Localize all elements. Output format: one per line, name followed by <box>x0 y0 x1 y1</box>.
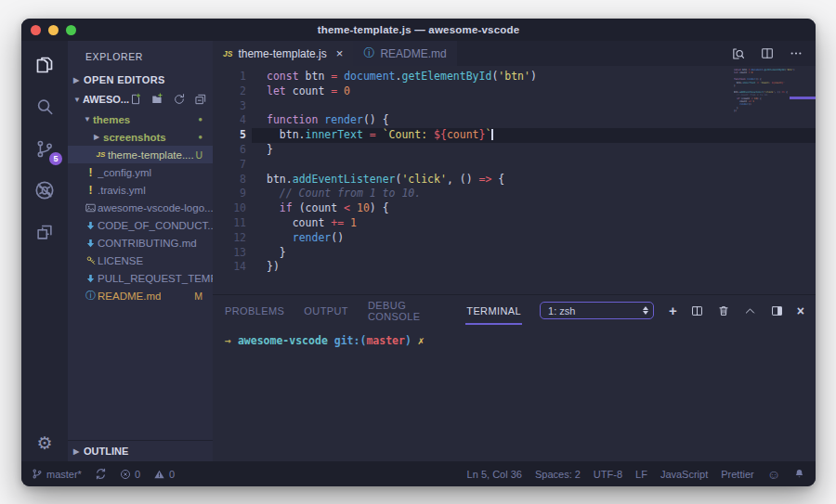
file-label: _config.yml <box>98 167 151 178</box>
code-line-14[interactable]: 14}) <box>213 260 816 275</box>
collapse-all-icon[interactable] <box>194 93 207 106</box>
activity-explorer-button[interactable] <box>32 52 58 78</box>
code-line-4[interactable]: 4function render() { <box>213 113 816 128</box>
status-prettier[interactable]: Prettier <box>721 469 753 480</box>
zoom-window-button[interactable] <box>66 25 76 35</box>
terminal-output[interactable]: → awesome-vscode git:(master) ✗ <box>213 326 816 348</box>
warnings-status[interactable]: 0 <box>153 469 175 480</box>
code-line-7[interactable]: 7 <box>213 158 816 173</box>
code-line-8[interactable]: 8btn.addEventListener('click', () => { <box>213 173 816 187</box>
panel-tab-output[interactable]: OUTPUT <box>303 297 349 325</box>
file-label: awesome-vscode-logo... <box>98 202 213 213</box>
title-bar[interactable]: theme-template.js — awesome-vscode <box>21 19 816 41</box>
sync-button[interactable] <box>95 468 107 480</box>
file-label: theme-template.... <box>108 149 194 161</box>
warning-icon <box>153 469 165 480</box>
tree-item-screenshots[interactable]: ▶screenshots● <box>68 128 213 146</box>
editor-tab-theme-template-js[interactable]: JStheme-template.js× <box>213 41 353 66</box>
file-label: PULL_REQUEST_TEMP... <box>98 273 213 284</box>
warning-file-icon: ! <box>84 166 98 179</box>
code-line-10[interactable]: 10 if (count < 10) { <box>213 201 816 216</box>
code-editor[interactable]: 1const btn = document.getElementById('bt… <box>213 66 816 294</box>
minimize-window-button[interactable] <box>48 25 59 35</box>
activity-debug-button[interactable] <box>32 177 58 203</box>
image-file-icon <box>84 202 98 213</box>
new-terminal-icon[interactable]: + <box>669 303 677 319</box>
tree-item-license[interactable]: LICENSE <box>68 252 213 269</box>
panel-actions: +× <box>669 303 804 319</box>
open-editors-label: OPEN EDITORS <box>84 74 165 85</box>
code-line-5[interactable]: 5 btn.innerText = `Count: ${count}` <box>213 128 816 143</box>
more-actions-icon[interactable] <box>789 46 803 60</box>
split-terminal-icon[interactable] <box>690 304 704 317</box>
refresh-icon[interactable] <box>173 93 186 106</box>
folder-section-header[interactable]: ▼ AWESO... <box>68 89 213 110</box>
tree-item-readme-md[interactable]: ⓘREADME.mdM <box>68 287 213 304</box>
code-text <box>246 158 267 173</box>
status-utf-8[interactable]: UTF-8 <box>594 469 622 480</box>
error-count: 0 <box>135 469 140 480</box>
tree-item-theme-template-[interactable]: JStheme-template....U <box>68 146 213 163</box>
code-line-3[interactable]: 3 <box>213 99 816 114</box>
panel-tab-debug-console[interactable]: DEBUG CONSOLE <box>367 291 448 330</box>
toggle-panel-icon[interactable] <box>770 304 784 317</box>
git-branch-status[interactable]: master* <box>32 468 82 480</box>
activity-bar: 5 ⚙ <box>21 41 68 461</box>
status-lf[interactable]: LF <box>635 469 647 480</box>
settings-button[interactable]: ⚙ <box>21 433 68 454</box>
editor-tab-readme-md[interactable]: ⓘREADME.md <box>353 41 456 66</box>
tree-item-pull-request-temp-[interactable]: PULL_REQUEST_TEMP... <box>68 269 213 287</box>
code-line-13[interactable]: 13 } <box>213 246 816 261</box>
tree-item--config-yml[interactable]: !_config.yml <box>68 163 213 181</box>
code-text: if (count < 10) { <box>246 201 389 216</box>
file-label: CONTRIBUTING.md <box>98 238 197 249</box>
outline-section[interactable]: ▶ OUTLINE <box>68 440 213 461</box>
open-editors-section[interactable]: ▶ OPEN EDITORS <box>68 71 213 89</box>
git-branch-icon <box>32 468 43 480</box>
code-line-9[interactable]: 9 // Count from 1 to 10. <box>213 187 816 201</box>
split-editor-icon[interactable] <box>760 46 775 60</box>
code-line-12[interactable]: 12 render() <box>213 231 816 246</box>
new-file-icon[interactable] <box>129 93 142 106</box>
maximize-panel-icon[interactable] <box>743 304 757 317</box>
close-tab-icon[interactable]: × <box>336 46 344 60</box>
code-line-11[interactable]: 11 count += 1 <box>213 216 816 231</box>
down-arrow-file-icon <box>84 273 98 284</box>
tree-item--travis-yml[interactable]: !.travis.yml <box>68 181 213 199</box>
chevron-right-icon: ▶ <box>73 447 84 456</box>
branch-name: master* <box>46 469 82 480</box>
file-label: LICENSE <box>98 255 143 266</box>
line-number: 13 <box>213 246 246 261</box>
activity-source-control-button[interactable]: 5 <box>32 136 58 162</box>
errors-status[interactable]: 0 <box>120 469 140 480</box>
tree-item-contributing-md[interactable]: CONTRIBUTING.md <box>68 234 213 252</box>
code-line-1[interactable]: 1const btn = document.getElementById('bt… <box>213 70 816 84</box>
new-folder-icon[interactable] <box>150 93 164 106</box>
editor-actions <box>730 41 816 66</box>
status-javascript[interactable]: JavaScript <box>660 469 708 480</box>
open-preview-icon[interactable] <box>730 46 746 61</box>
editor-group: JStheme-template.js×ⓘREADME.md 1const bt… <box>213 41 816 461</box>
close-panel-icon[interactable]: × <box>797 303 804 319</box>
activity-search-button[interactable] <box>32 94 58 120</box>
status-bar: master* 0 0 Ln 5, Col 36Spaces: 2UTF-8L <box>21 461 816 486</box>
terminal-shell-select[interactable]: 1: zsh <box>540 302 654 319</box>
status-spaces[interactable]: Spaces: 2 <box>535 469 581 480</box>
line-number: 6 <box>213 143 246 158</box>
panel-tab-problems[interactable]: PROBLEMS <box>224 297 285 325</box>
kill-terminal-icon[interactable] <box>717 304 730 317</box>
activity-extensions-button[interactable] <box>32 219 58 245</box>
close-window-button[interactable] <box>31 25 41 35</box>
code-text: function render() { <box>246 113 389 128</box>
code-line-6[interactable]: 6} <box>213 143 816 158</box>
code-line-2[interactable]: 2let count = 0 <box>213 84 816 99</box>
status-ln[interactable]: Ln 5, Col 36 <box>467 469 522 480</box>
tree-item-awesome-vscode-logo-[interactable]: awesome-vscode-logo... <box>68 199 213 216</box>
tree-item-code-of-conduct-[interactable]: CODE_OF_CONDUCT.... <box>68 216 213 234</box>
line-number: 4 <box>213 113 246 128</box>
tree-item-themes[interactable]: ▼themes● <box>68 110 213 128</box>
panel-tab-terminal[interactable]: TERMINAL <box>465 297 522 325</box>
feedback-smiley-button[interactable]: ☺ <box>767 468 780 481</box>
file-label: CODE_OF_CONDUCT.... <box>98 220 213 231</box>
notifications-button[interactable] <box>793 468 805 480</box>
